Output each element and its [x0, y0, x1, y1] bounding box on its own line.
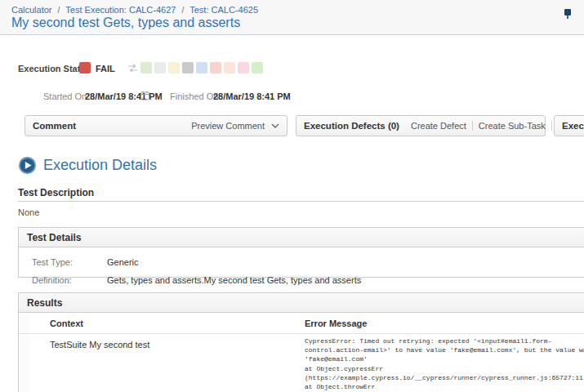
- comment-panel-title: Comment: [33, 121, 76, 131]
- panel-bars-row: Comment Preview Comment Execution Defect…: [25, 115, 584, 136]
- pin-icon[interactable]: [563, 8, 573, 20]
- status-transition-swatch[interactable]: [196, 62, 207, 74]
- defect-action-link[interactable]: Create Defect: [411, 121, 466, 131]
- defect-action-link[interactable]: Create Sub-Task: [479, 121, 546, 131]
- breadcrumb-link[interactable]: Calculator: [11, 5, 52, 15]
- detail-label: Test Type:: [32, 257, 107, 267]
- status-transition-swatch[interactable]: [252, 62, 263, 74]
- execution-status-row: Execution Status FAIL: [0, 62, 584, 75]
- comment-panel-header[interactable]: Comment Preview Comment: [25, 115, 288, 136]
- calendar-icon[interactable]: [140, 91, 149, 100]
- defects-panel-header[interactable]: Execution Defects (0) Create DefectCreat…: [296, 115, 546, 136]
- detail-value: Gets, types and asserts.My second test G…: [107, 275, 361, 285]
- context-column-header: Context: [50, 318, 83, 328]
- defects-panel-title: Execution Defects (0): [304, 121, 399, 131]
- play-circle-icon: [18, 156, 37, 175]
- results-title: Results: [27, 297, 62, 309]
- times-row: Started On: 28/Mar/19 8:41 PM Finished O…: [0, 90, 584, 103]
- status-value: FAIL: [96, 64, 115, 74]
- detail-value: Generic: [107, 257, 139, 267]
- results-header: Results: [19, 293, 584, 313]
- test-description-title: Test Description: [18, 187, 94, 198]
- status-transition-swatch[interactable]: [168, 62, 180, 74]
- evidence-panel-header[interactable]: Execution Evidence: [554, 115, 584, 136]
- results-table: Context Error Message TestSuite My secon…: [19, 313, 584, 392]
- evidence-panel-title: Execution Evidence: [562, 121, 584, 131]
- breadcrumb: Calculator/Test Execution: CALC-4627/Tes…: [11, 5, 258, 15]
- breadcrumb-link[interactable]: Test: CALC-4625: [189, 5, 258, 15]
- status-transition-swatch[interactable]: [224, 62, 235, 74]
- started-on-label: Started On:: [43, 91, 89, 101]
- execution-details-heading: Execution Details: [18, 156, 157, 175]
- status-transition-swatch[interactable]: [238, 62, 249, 74]
- action-separator: [472, 121, 473, 131]
- detail-label: Definition:: [32, 275, 107, 285]
- status-transition-swatch[interactable]: [154, 62, 166, 74]
- result-row-error-message: CypressError: Timed out retrying: expect…: [305, 336, 584, 391]
- test-execution-page: Calculator/Test Execution: CALC-4627/Tes…: [0, 0, 584, 392]
- results-table-header: Context Error Message: [19, 313, 584, 334]
- breadcrumb-separator: /: [181, 6, 184, 15]
- test-details-header: Test Details: [19, 228, 584, 247]
- preview-comment-link[interactable]: Preview Comment: [191, 121, 265, 131]
- page-header: Calculator/Test Execution: CALC-4627/Tes…: [0, 0, 584, 35]
- divider: [18, 201, 584, 202]
- results-panel: Results Context Error Message TestSuite …: [18, 292, 584, 392]
- status-transition-swatch[interactable]: [182, 62, 194, 74]
- page-title: My second test Gets, types and asserts: [11, 16, 240, 30]
- breadcrumb-link[interactable]: Test Execution: CALC-4627: [65, 5, 176, 15]
- started-on-value: 28/Mar/19 8:41 PM: [85, 91, 163, 101]
- execution-details-title: Execution Details: [43, 157, 157, 174]
- breadcrumb-separator: /: [58, 6, 60, 15]
- status-transition-swatch[interactable]: [140, 62, 152, 74]
- error-message-column-header: Error Message: [305, 318, 367, 328]
- test-details-title: Test Details: [27, 232, 81, 243]
- test-details-rows: Test Type:GenericDefinition:Gets, types …: [19, 247, 584, 294]
- test-details-panel: Test Details Test Type:GenericDefinition…: [18, 227, 584, 278]
- test-description-value: None: [18, 207, 39, 217]
- swap-arrows-icon: [127, 64, 138, 73]
- action-separator: [551, 121, 552, 131]
- finished-on-value: 28/Mar/19 8:41 PM: [213, 91, 291, 101]
- status-transition-swatches: [140, 62, 263, 74]
- result-row-context: TestSuite My second test: [50, 340, 149, 350]
- test-detail-row: Definition:Gets, types and asserts.My se…: [19, 271, 584, 289]
- chevron-down-icon[interactable]: [271, 123, 279, 128]
- status-transition-swatch[interactable]: [210, 62, 221, 74]
- test-detail-row: Test Type:Generic: [19, 253, 584, 271]
- current-status-swatch: [79, 62, 91, 74]
